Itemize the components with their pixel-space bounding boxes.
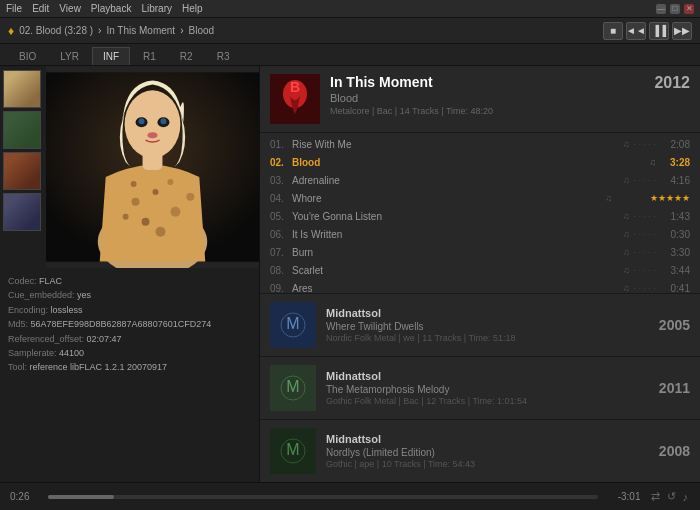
track-name: Blood	[292, 157, 649, 168]
samplerate-value: 44100	[59, 348, 84, 358]
menu-help[interactable]: Help	[182, 3, 203, 14]
breadcrumb-artist: In This Moment	[106, 25, 175, 36]
minimize-button[interactable]: —	[656, 4, 666, 14]
track-row[interactable]: 03. Adrenaline ♫· · · · ·4:16	[260, 171, 700, 189]
track-row[interactable]: 04. Whore ♫★★★★★	[260, 189, 700, 207]
svg-point-8	[123, 214, 129, 220]
album-header: B In This Moment Blood Metalcore | Bac |…	[260, 66, 700, 133]
track-name: Adrenaline	[292, 175, 623, 186]
track-dots: · · · · ·	[633, 229, 656, 239]
tool-label: Tool:	[8, 362, 27, 372]
close-button[interactable]: ✕	[684, 4, 694, 14]
menu-edit[interactable]: Edit	[32, 3, 49, 14]
menu-bar[interactable]: File Edit View Playback Library Help	[6, 3, 203, 14]
shuffle-icon[interactable]: ⇄	[649, 490, 662, 503]
thumbnail-3[interactable]	[3, 152, 41, 190]
menu-file[interactable]: File	[6, 3, 22, 14]
maximize-button[interactable]: □	[670, 4, 680, 14]
volume-icon[interactable]: ♪	[681, 491, 691, 503]
right-panel: B In This Moment Blood Metalcore | Bac |…	[260, 66, 700, 482]
art-section	[0, 66, 259, 268]
prev-button[interactable]: ◄◄	[626, 22, 646, 40]
album-details: In This Moment Blood Metalcore | Bac | 1…	[330, 74, 644, 116]
track-number: 04.	[270, 193, 292, 204]
repeat-icon[interactable]: ↺	[665, 490, 678, 503]
menu-playback[interactable]: Playback	[91, 3, 132, 14]
thumbnail-4[interactable]	[3, 193, 41, 231]
remaining-time: -3:01	[606, 491, 641, 502]
main-content: Codec: FLAC Cue_embedded: yes Encoding: …	[0, 66, 700, 482]
album-artist-name: In This Moment	[330, 74, 644, 90]
pause-button[interactable]: ▐▐	[649, 22, 669, 40]
track-icon: ♫	[623, 265, 630, 275]
tab-r2[interactable]: R2	[169, 47, 204, 65]
album-card[interactable]: M Midnattsol Nordlys (Limited Edition) G…	[260, 419, 700, 482]
svg-point-17	[160, 118, 166, 124]
svg-point-9	[186, 193, 194, 201]
track-name: Ares	[292, 283, 623, 294]
track-duration: 1:43	[660, 211, 690, 222]
track-number: 03.	[270, 175, 292, 186]
thumbnail-1[interactable]	[3, 70, 41, 108]
main-art-area	[46, 66, 259, 268]
menu-view[interactable]: View	[59, 3, 81, 14]
svg-point-5	[170, 207, 180, 217]
menu-library[interactable]: Library	[141, 3, 172, 14]
thumbnails-column	[0, 66, 46, 268]
samplerate-label: Samplerate:	[8, 348, 57, 358]
album-metadata: Metalcore | Bac | 14 Tracks | Time: 48:2…	[330, 106, 644, 116]
progress-bar[interactable]	[48, 495, 598, 499]
track-row[interactable]: 01. Rise With Me ♫· · · · ·2:08	[260, 135, 700, 153]
album-card[interactable]: M Midnattsol The Metamorphosis Melody Go…	[260, 356, 700, 419]
album-card-artist: Midnattsol	[326, 307, 649, 319]
thumbnail-2[interactable]	[3, 111, 41, 149]
track-duration: 3:44	[660, 265, 690, 276]
tool-value: reference libFLAC 1.2.1 20070917	[30, 362, 168, 372]
track-icon: ♫	[623, 211, 630, 221]
svg-point-16	[139, 118, 145, 124]
tab-bio[interactable]: BIO	[8, 47, 47, 65]
track-name: It Is Written	[292, 229, 623, 240]
bottom-controls[interactable]: ⇄ ↺ ♪	[649, 490, 691, 503]
track-row[interactable]: 06. It Is Written ♫· · · · ·0:30	[260, 225, 700, 243]
tab-r1[interactable]: R1	[132, 47, 167, 65]
track-row[interactable]: 09. Ares ♫· · · · ·0:41	[260, 279, 700, 293]
tab-inf[interactable]: INF	[92, 47, 130, 65]
svg-point-10	[155, 227, 165, 237]
now-playing-info: ♦ 02. Blood (3:28 ) › In This Moment › B…	[8, 24, 597, 38]
album-card-meta: Nordic Folk Metal | we | 11 Tracks | Tim…	[326, 333, 649, 343]
ref-label: Referenced_offset:	[8, 334, 84, 344]
track-number: 07.	[270, 247, 292, 258]
track-row[interactable]: 07. Burn ♫· · · · ·3:30	[260, 243, 700, 261]
tab-r3[interactable]: R3	[206, 47, 241, 65]
album-card-thumb: M	[270, 428, 316, 474]
svg-point-13	[125, 90, 181, 158]
track-list[interactable]: 01. Rise With Me ♫· · · · ·2:08 02. Bloo…	[260, 133, 700, 293]
related-albums: M Midnattsol Where Twilight Dwells Nordi…	[260, 293, 700, 482]
player-bar: ♦ 02. Blood (3:28 ) › In This Moment › B…	[0, 18, 700, 44]
playback-controls[interactable]: ■ ◄◄ ▐▐ ▶▶	[603, 22, 692, 40]
current-time: 0:26	[10, 491, 40, 502]
album-card-thumb: M	[270, 365, 316, 411]
track-play-indicator: ♫	[649, 157, 656, 167]
album-card[interactable]: M Midnattsol Where Twilight Dwells Nordi…	[260, 293, 700, 356]
tab-lyr[interactable]: LYR	[49, 47, 90, 65]
svg-point-7	[167, 179, 173, 185]
breadcrumb-sep1: ›	[98, 25, 101, 36]
track-row[interactable]: 05. You're Gonna Listen ♫· · · · ·1:43	[260, 207, 700, 225]
track-row[interactable]: 02. Blood ♫3:28	[260, 153, 700, 171]
svg-point-6	[142, 218, 150, 226]
window-controls[interactable]: — □ ✕	[656, 4, 694, 14]
file-info-panel: Codec: FLAC Cue_embedded: yes Encoding: …	[0, 268, 259, 482]
track-stars-right: ★★★★★	[650, 193, 690, 203]
track-row[interactable]: 08. Scarlet ♫· · · · ·3:44	[260, 261, 700, 279]
album-card-info: Midnattsol The Metamorphosis Melody Goth…	[326, 370, 649, 406]
svg-point-18	[148, 132, 158, 138]
encoding-value: lossless	[51, 305, 83, 315]
stop-button[interactable]: ■	[603, 22, 623, 40]
breadcrumb-album: Blood	[188, 25, 214, 36]
track-icon: ♫	[623, 283, 630, 293]
next-button[interactable]: ▶▶	[672, 22, 692, 40]
track-icon: ♫	[623, 247, 630, 257]
album-card-artist: Midnattsol	[326, 370, 649, 382]
